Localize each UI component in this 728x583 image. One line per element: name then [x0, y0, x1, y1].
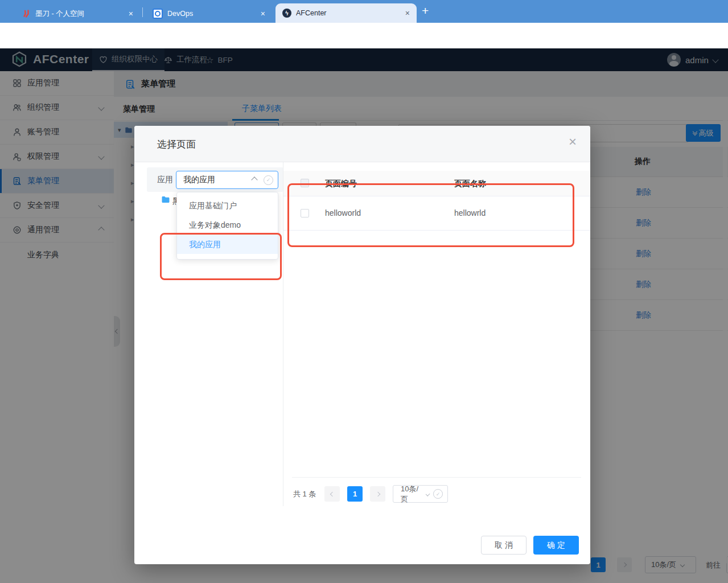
- clear-select-icon[interactable]: ✓: [264, 175, 273, 185]
- tab-title: 墨刀 - 个人空间: [35, 9, 121, 19]
- app-select[interactable]: 我的应用 ✓: [176, 171, 278, 189]
- tab-close-icon[interactable]: ×: [261, 9, 265, 18]
- new-tab-button[interactable]: +: [422, 4, 429, 18]
- page-number-current[interactable]: 1: [347, 486, 363, 502]
- cancel-button[interactable]: 取 消: [481, 536, 527, 555]
- browser-tab-afcenter[interactable]: ϟ AFCenter ×: [275, 3, 417, 23]
- pagination-divider: [292, 477, 581, 478]
- close-icon[interactable]: ×: [569, 135, 577, 149]
- annotation-rect-table: [287, 183, 574, 247]
- app-select-value: 我的应用: [183, 175, 252, 185]
- confirm-button[interactable]: 确 定: [533, 536, 579, 555]
- chevron-down-icon: [425, 491, 430, 496]
- tab-separator: [142, 7, 143, 17]
- mockingbot-favicon: [23, 10, 31, 18]
- browser-toolbar: ← → ↻ 不安全 10.15.15.151:14082/#/menu_auth…: [0, 23, 728, 48]
- tab-title: AFCenter: [296, 9, 397, 17]
- dialog-pagination: 共 1 条 1 10条/页 ✓: [134, 485, 590, 503]
- app-label: 应用: [157, 175, 173, 185]
- folder-icon: [161, 195, 170, 204]
- screen: 墨刀 - 个人空间 × DevOps × ϟ AFCenter × + ← → …: [0, 0, 728, 583]
- total-count: 共 1 条: [293, 489, 316, 499]
- tab-close-icon[interactable]: ×: [129, 9, 133, 18]
- tab-close-icon[interactable]: ×: [405, 9, 410, 18]
- prev-page-button[interactable]: [324, 486, 340, 502]
- browser-tab-strip: 墨刀 - 个人空间 × DevOps × ϟ AFCenter × +: [0, 0, 728, 23]
- tab-title: DevOps: [167, 10, 253, 18]
- next-page-button[interactable]: [370, 486, 385, 502]
- dropdown-option[interactable]: 应用基础门户: [177, 196, 278, 215]
- dialog-header: 选择页面 ×: [134, 126, 590, 162]
- browser-tab-devops[interactable]: DevOps ×: [146, 5, 272, 23]
- annotation-rect-dropdown: [160, 233, 282, 280]
- chevron-up-icon: [251, 176, 257, 183]
- dialog-title: 选择页面: [157, 138, 196, 151]
- afcenter-favicon: ϟ: [282, 9, 291, 18]
- browser-tab-mockingbot[interactable]: 墨刀 - 个人空间 ×: [16, 5, 140, 23]
- devops-favicon: [153, 9, 163, 19]
- dropdown-option[interactable]: 业务对象demo: [177, 215, 278, 235]
- per-page-select[interactable]: 10条/页 ✓: [393, 485, 448, 503]
- per-page-value: 10条/页: [401, 484, 423, 504]
- clear-select-icon: ✓: [433, 489, 443, 499]
